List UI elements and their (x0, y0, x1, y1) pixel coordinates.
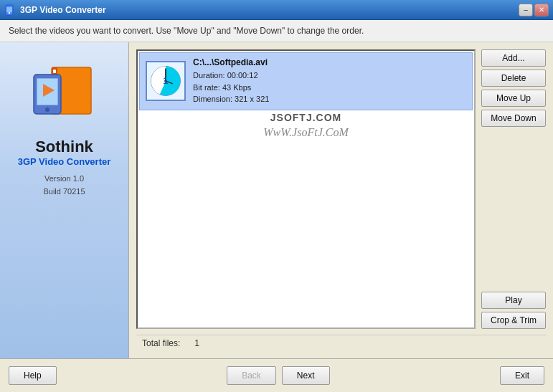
sidebar: Sothink 3GP Video Converter Version 1.0 … (0, 42, 129, 358)
minimize-button[interactable]: – (519, 4, 533, 16)
content-row: 1 C:\...\Softpedia.avi Duration: 00:00:1… (136, 49, 546, 329)
total-label: Total files: (142, 338, 180, 348)
delete-button[interactable]: Delete (481, 70, 546, 87)
total-bar: Total files: 1 (136, 335, 546, 351)
add-button[interactable]: Add... (481, 49, 546, 67)
file-info: C:\...\Softpedia.avi Duration: 00:00:12 … (193, 57, 466, 105)
bottom-right: Exit (500, 366, 544, 385)
title-bar-left: 3GP Video Converter (4, 4, 106, 16)
watermark-text: JSOFTJ.COM (270, 112, 341, 123)
watermark-url: WwW.JsoFtJ.CoM (263, 126, 349, 139)
sidebar-brand: Sothink 3GP Video Converter (18, 138, 111, 167)
move-up-button[interactable]: Move Up (481, 90, 546, 107)
file-list-area[interactable]: 1 C:\...\Softpedia.avi Duration: 00:00:1… (136, 49, 476, 329)
watermark-area: JSOFTJ.COM WwW.JsoFtJ.CoM (138, 112, 474, 139)
bottom-nav: Help Back Next Exit (0, 358, 553, 391)
exit-button[interactable]: Exit (500, 366, 544, 385)
instruction-text: Select the videos you want to convert. U… (9, 26, 364, 36)
bottom-center: Back Next (227, 366, 329, 385)
close-button[interactable]: ✕ (534, 4, 549, 16)
build-text: Build 70215 (43, 186, 85, 199)
crop-trim-button[interactable]: Crop & Trim (481, 312, 546, 329)
file-thumbnail: 1 (146, 61, 186, 101)
sidebar-version: Version 1.0 Build 70215 (43, 173, 85, 198)
play-button[interactable]: Play (481, 292, 546, 309)
move-down-button[interactable]: Move Down (481, 110, 546, 127)
file-name: C:\...\Softpedia.avi (193, 57, 466, 67)
title-bar-controls: – ✕ (519, 4, 549, 16)
thumbnail-icon: 1 (147, 62, 184, 100)
right-area: 1 C:\...\Softpedia.avi Duration: 00:00:1… (129, 42, 553, 358)
svg-rect-1 (6, 7, 12, 12)
action-buttons: Add... Delete Move Up Move Down Play Cro… (481, 49, 546, 329)
next-button[interactable]: Next (282, 366, 330, 385)
back-button[interactable]: Back (227, 366, 276, 385)
file-bitrate: Bit rate: 43 Kbps (193, 82, 466, 94)
svg-rect-5 (53, 70, 56, 73)
total-count: 1 (194, 338, 199, 348)
title-bar: 3GP Video Converter – ✕ (0, 0, 553, 20)
brand-name: Sothink (18, 138, 111, 156)
version-text: Version 1.0 (43, 173, 85, 186)
app-title: 3GP Video Converter (20, 5, 106, 15)
svg-point-13 (45, 107, 49, 112)
file-dimension: Dimension: 321 x 321 (193, 93, 466, 105)
brand-product: 3GP Video Converter (18, 156, 111, 167)
app-icon (4, 4, 16, 16)
file-item[interactable]: 1 C:\...\Softpedia.avi Duration: 00:00:1… (139, 52, 473, 110)
instruction-bar: Select the videos you want to convert. U… (0, 20, 553, 42)
help-button[interactable]: Help (9, 366, 57, 385)
file-duration: Duration: 00:00:12 (193, 70, 466, 82)
sidebar-logo (30, 57, 98, 127)
sidebar-logo-icon (30, 57, 98, 125)
bottom-left: Help (9, 366, 57, 385)
main-content: Sothink 3GP Video Converter Version 1.0 … (0, 42, 553, 358)
svg-text:1: 1 (163, 75, 168, 86)
svg-point-2 (9, 11, 10, 13)
